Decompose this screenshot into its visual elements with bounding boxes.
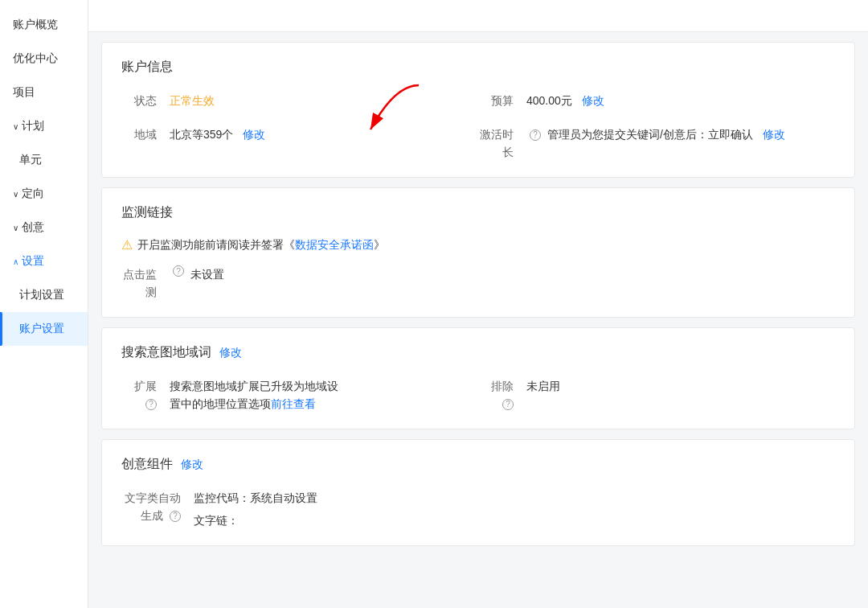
activation-value: ? 管理员为您提交关键词/创意后：立即确认 修改 (526, 125, 835, 143)
sidebar-item-targeting[interactable]: ∨ 定向 (0, 177, 88, 211)
account-info-grid: 状态 正常生效 预算 400.00元 修改 地域 北京等359个 修改 (121, 92, 835, 161)
exclude-label: 排除 ? (478, 377, 526, 413)
creative-group-header: 创意组件 修改 (121, 456, 835, 473)
expand-label: 扩展 ? (121, 377, 170, 413)
help-icon-auto[interactable]: ? (170, 511, 181, 522)
search-intent-grid: 扩展 ? 搜索意图地域扩展已升级为地域设 置中的地理位置选项前往查看 排除 ? … (121, 377, 835, 413)
activation-label: 激活时长 (478, 125, 526, 161)
chevron-down-icon: ∨ (13, 190, 18, 199)
sidebar-item-label: 定向 (22, 187, 44, 201)
activation-modify-button[interactable]: 修改 (763, 128, 785, 141)
expand-desc-line2: 置中的地理位置选项 (170, 397, 271, 410)
search-intent-modify-button[interactable]: 修改 (219, 346, 242, 360)
sidebar-item-unit[interactable]: 单元 (0, 143, 88, 177)
budget-cell: 预算 400.00元 修改 (478, 92, 835, 109)
search-intent-section: 搜索意图地域词 修改 扩展 ? 搜索意图地域扩展已升级为地域设 置中的地理位置选… (101, 327, 855, 429)
sidebar-item-project[interactable]: 项目 (0, 76, 88, 109)
sidebar-item-plan[interactable]: ∨ 计划 (0, 109, 88, 143)
chevron-down-icon: ∧ (13, 257, 18, 266)
sidebar-item-label: 账户概览 (13, 18, 58, 32)
warning-text: 开启监测功能前请阅读并签署《数据安全承诺函》 (137, 238, 385, 253)
activation-desc: 管理员为您提交关键词/创意后：立即确认 (547, 128, 753, 141)
sidebar-item-creative[interactable]: ∨ 创意 (0, 211, 88, 244)
exclude-label-text: 排除 (491, 380, 514, 392)
sidebar-item-label: 账户设置 (19, 322, 64, 336)
sidebar-item-account-settings[interactable]: 账户设置 (0, 312, 88, 346)
sidebar: 账户概览 优化中心 项目 ∨ 计划 单元 ∨ 定向 ∨ 创意 ∧ 设置 计划设置… (0, 0, 88, 608)
status-cell: 状态 正常生效 (121, 92, 478, 109)
sidebar-item-label: 单元 (19, 153, 42, 167)
sidebar-item-settings[interactable]: ∧ 设置 (0, 244, 88, 278)
sidebar-item-label: 计划设置 (19, 288, 64, 302)
auto-generate-value: 监控代码：系统自动设置 文字链： (194, 489, 835, 529)
goto-view-link[interactable]: 前往查看 (271, 397, 316, 410)
budget-label: 预算 (478, 92, 526, 109)
creative-group-title: 创意组件 (121, 456, 173, 473)
monitor-code-text: 监控代码：系统自动设置 (194, 489, 835, 507)
monitoring-warning-row: ⚠ 开启监测功能前请阅读并签署《数据安全承诺函》 (121, 237, 835, 253)
budget-value: 400.00元 修改 (526, 92, 835, 109)
budget-amount: 400.00元 (526, 94, 572, 107)
sidebar-item-label: 创意 (22, 220, 44, 235)
auto-generate-row: 文字类自动生成 ? 监控代码：系统自动设置 文字链： (121, 489, 835, 529)
sidebar-item-account-overview[interactable]: 账户概览 (0, 8, 88, 42)
budget-modify-button[interactable]: 修改 (582, 94, 604, 107)
monitoring-title: 监测链接 (121, 204, 835, 221)
status-active-text: 正常生效 (170, 94, 215, 107)
expand-desc: 搜索意图地域扩展已升级为地域设 置中的地理位置选项前往查看 (170, 380, 338, 410)
region-cell: 地域 北京等359个 修改 (121, 125, 478, 161)
warning-suffix: 》 (374, 238, 385, 251)
help-icon[interactable]: ? (530, 129, 541, 141)
search-intent-header: 搜索意图地域词 修改 (121, 344, 835, 361)
expand-cell: 扩展 ? 搜索意图地域扩展已升级为地域设 置中的地理位置选项前往查看 (121, 377, 478, 413)
chevron-down-icon: ∨ (13, 224, 18, 232)
sidebar-item-label: 设置 (22, 254, 44, 269)
account-info-section: 账户信息 状态 正常生效 预算 400.00元 修改 地域 (101, 42, 855, 178)
click-monitor-value: 未设置 (190, 265, 835, 283)
text-chain-text: 文字链： (194, 511, 835, 529)
expand-label-text: 扩展 (134, 380, 157, 392)
click-monitor-label: 点击监测 (121, 265, 170, 301)
region-modify-button[interactable]: 修改 (243, 128, 265, 141)
status-label: 状态 (121, 92, 170, 109)
annotation-arrow (346, 77, 443, 142)
sidebar-item-label: 计划 (22, 119, 44, 134)
help-icon-exclude[interactable]: ? (502, 399, 514, 410)
click-monitor-row: 点击监测 ? 未设置 (121, 265, 835, 301)
chevron-down-icon: ∨ (13, 122, 18, 131)
region-label: 地域 (121, 125, 170, 143)
sidebar-item-optimize-center[interactable]: 优化中心 (0, 42, 88, 76)
creative-group-section: 创意组件 修改 文字类自动生成 ? 监控代码：系统自动设置 文字链： (101, 439, 855, 546)
help-icon-expand[interactable]: ? (145, 399, 157, 410)
warning-icon: ⚠ (121, 237, 133, 253)
exclude-cell: 排除 ? 未启用 (478, 377, 835, 413)
data-security-link[interactable]: 数据安全承诺函 (295, 238, 374, 251)
expand-value: 搜索意图地域扩展已升级为地域设 置中的地理位置选项前往查看 (170, 377, 478, 413)
auto-generate-label: 文字类自动生成 ? (121, 489, 194, 524)
sidebar-item-plan-settings[interactable]: 计划设置 (0, 278, 88, 312)
help-icon-monitor[interactable]: ? (173, 265, 184, 277)
exclude-value: 未启用 (526, 377, 835, 395)
region-text: 北京等359个 (170, 128, 233, 141)
top-bar (88, 0, 868, 32)
sidebar-item-label: 优化中心 (13, 51, 58, 66)
main-content: 账户信息 状态 正常生效 预算 400.00元 修改 地域 (88, 0, 868, 608)
sidebar-item-label: 项目 (13, 85, 35, 100)
monitoring-section: 监测链接 ⚠ 开启监测功能前请阅读并签署《数据安全承诺函》 点击监测 ? 未设置 (101, 187, 855, 318)
activation-cell: 激活时长 ? 管理员为您提交关键词/创意后：立即确认 修改 (478, 125, 835, 161)
warning-text-prefix: 开启监测功能前请阅读并签署《 (137, 238, 295, 251)
creative-group-modify-button[interactable]: 修改 (181, 458, 203, 472)
region-value: 北京等359个 修改 (170, 125, 478, 143)
search-intent-title: 搜索意图地域词 (121, 344, 211, 361)
account-info-title: 账户信息 (121, 59, 835, 76)
status-value: 正常生效 (170, 92, 478, 109)
expand-desc-line1: 搜索意图地域扩展已升级为地域设 (170, 380, 338, 392)
